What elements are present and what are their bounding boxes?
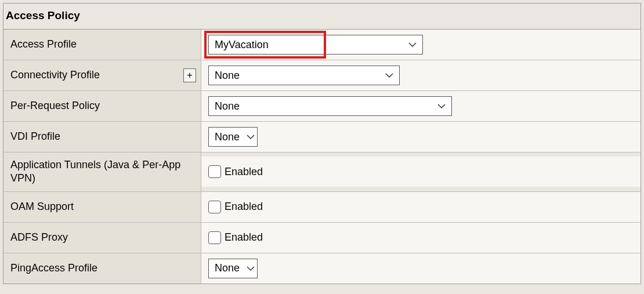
control-cell: None: [201, 253, 641, 284]
oam-support-checkbox[interactable]: [208, 201, 221, 213]
label-cell: Access Profile: [3, 30, 201, 60]
pingaccess-profile-select[interactable]: None: [208, 259, 258, 278]
connectivity-profile-label: Connectivity Profile: [10, 68, 180, 82]
access-profile-select[interactable]: MyVacation: [208, 35, 423, 55]
control-cell: None: [201, 122, 641, 152]
vdi-profile-value: None: [215, 131, 240, 143]
control-cell: Enabled: [201, 192, 641, 222]
connectivity-profile-value: None: [215, 70, 240, 82]
adfs-proxy-checkbox-label: Enabled: [225, 231, 263, 244]
application-tunnels-label: Application Tunnels (Java & Per-App VPN): [10, 158, 196, 186]
connectivity-profile-select[interactable]: None: [208, 66, 400, 85]
adfs-proxy-checkbox[interactable]: [208, 231, 221, 244]
adfs-proxy-label: ADFS Proxy: [10, 231, 196, 244]
chevron-down-icon: [247, 266, 255, 271]
label-cell: Connectivity Profile +: [3, 60, 201, 90]
application-tunnels-checkbox-label: Enabled: [225, 166, 263, 178]
control-cell: None: [201, 91, 641, 121]
row-oam-support: OAM Support Enabled: [3, 192, 641, 223]
row-pingaccess-profile: PingAccess Profile None: [3, 253, 641, 284]
label-cell: PingAccess Profile: [3, 253, 201, 284]
vdi-profile-label: VDI Profile: [10, 130, 196, 143]
label-cell: VDI Profile: [3, 122, 201, 152]
per-request-policy-value: None: [215, 100, 240, 112]
chevron-down-icon: [437, 103, 446, 109]
chevron-down-icon: [385, 72, 393, 78]
row-per-request-policy: Per-Request Policy None: [3, 91, 641, 122]
access-policy-panel: Access Policy Access Profile MyVacation …: [3, 3, 641, 284]
add-connectivity-profile-button[interactable]: +: [183, 68, 196, 82]
oam-support-checkbox-label: Enabled: [225, 201, 263, 213]
pingaccess-profile-value: None: [215, 262, 240, 274]
panel-title: Access Policy: [3, 3, 641, 30]
row-vdi-profile: VDI Profile None: [3, 122, 641, 153]
row-access-profile: Access Profile MyVacation: [3, 30, 641, 60]
row-adfs-proxy: ADFS Proxy Enabled: [3, 223, 641, 253]
row-connectivity-profile: Connectivity Profile + None: [3, 60, 641, 91]
label-cell: Per-Request Policy: [3, 91, 201, 121]
vdi-profile-select[interactable]: None: [208, 127, 258, 147]
control-cell: Enabled: [201, 223, 641, 253]
label-cell: Application Tunnels (Java & Per-App VPN): [3, 153, 201, 191]
label-cell: OAM Support: [3, 192, 201, 222]
control-cell: MyVacation: [201, 30, 641, 60]
pingaccess-profile-label: PingAccess Profile: [10, 262, 196, 275]
chevron-down-icon: [247, 134, 255, 140]
label-cell: ADFS Proxy: [3, 223, 201, 253]
access-profile-value: MyVacation: [215, 39, 269, 51]
control-cell: Enabled: [201, 157, 641, 187]
access-profile-label: Access Profile: [10, 38, 196, 51]
per-request-policy-label: Per-Request Policy: [10, 99, 196, 112]
per-request-policy-select[interactable]: None: [208, 96, 452, 116]
control-cell: None: [201, 60, 641, 90]
chevron-down-icon: [408, 42, 417, 48]
oam-support-label: OAM Support: [10, 200, 196, 213]
application-tunnels-checkbox[interactable]: [208, 165, 221, 178]
row-application-tunnels: Application Tunnels (Java & Per-App VPN)…: [3, 153, 641, 192]
